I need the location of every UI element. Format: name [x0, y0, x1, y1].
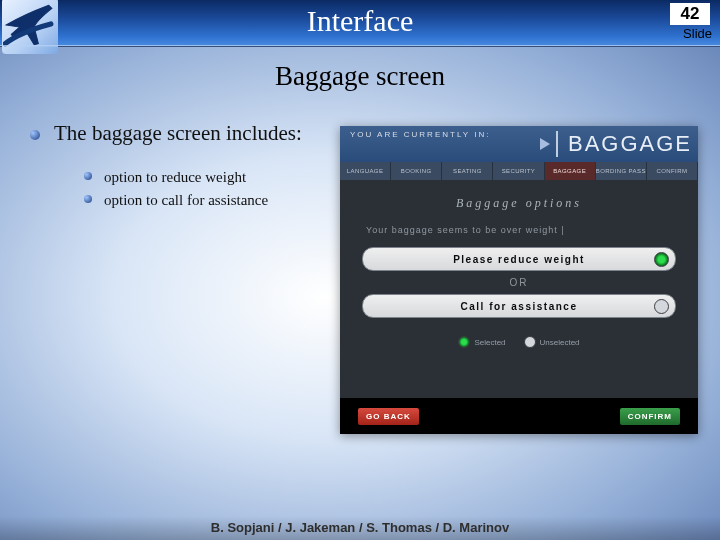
legend-unselected: Unselected — [524, 336, 580, 348]
tab-seating[interactable]: SEATING — [442, 162, 493, 180]
status-message: Your baggage seems to be over weight | — [366, 225, 678, 235]
or-divider: OR — [360, 277, 678, 288]
option-label: Call for assistance — [461, 301, 578, 312]
list-item: option to reduce weight — [84, 167, 334, 187]
tab-security[interactable]: SECURITY — [493, 162, 544, 180]
kiosk-tabs: LANGUAGE BOOKING SEATING SECURITY BAGGAG… — [340, 162, 698, 180]
legend: Selected Unselected — [360, 336, 678, 348]
radio-unselected-icon — [654, 299, 669, 314]
dot-selected-icon — [458, 336, 470, 348]
section-title: Baggage options — [360, 196, 678, 211]
go-back-button[interactable]: GO BACK — [358, 408, 419, 425]
radio-selected-icon — [654, 252, 669, 267]
tab-language[interactable]: LANGUAGE — [340, 162, 391, 180]
tab-booking[interactable]: BOOKING — [391, 162, 442, 180]
legend-selected: Selected — [458, 336, 505, 348]
slide-title: Interface — [0, 4, 720, 38]
slide-number: 42 — [670, 3, 710, 25]
tab-baggage[interactable]: BAGGAGE — [545, 162, 596, 180]
option-call-assistance[interactable]: Call for assistance — [362, 294, 676, 318]
tab-confirm[interactable]: CONFIRM — [647, 162, 698, 180]
credits-footer: B. Sopjani / J. Jakeman / S. Thomas / D.… — [0, 516, 720, 540]
body-text: The baggage screen includes: option to r… — [24, 120, 334, 212]
banner-label: YOU ARE CURRENTLY IN: — [350, 130, 490, 139]
kiosk-footer: GO BACK CONFIRM — [340, 398, 698, 434]
kiosk-screenshot: YOU ARE CURRENTLY IN: BAGGAGE LANGUAGE B… — [340, 126, 698, 434]
dot-unselected-icon — [524, 336, 536, 348]
slide-subtitle: Baggage screen — [0, 61, 720, 92]
list-item: option to call for assistance — [84, 190, 334, 210]
banner-value: BAGGAGE — [556, 131, 692, 157]
confirm-button[interactable]: CONFIRM — [620, 408, 680, 425]
slide-header: Interface 42 Slide — [0, 0, 720, 47]
kiosk-banner: YOU ARE CURRENTLY IN: BAGGAGE — [340, 126, 698, 162]
option-label: Please reduce weight — [453, 254, 585, 265]
option-reduce-weight[interactable]: Please reduce weight — [362, 247, 676, 271]
kiosk-body: Baggage options Your baggage seems to be… — [340, 180, 698, 398]
credits-text: B. Sopjani / J. Jakeman / S. Thomas / D.… — [211, 520, 509, 535]
lead-text: The baggage screen includes: — [54, 120, 334, 146]
slide-number-label: Slide — [683, 26, 712, 41]
arrow-right-icon — [540, 138, 550, 150]
tab-boarding[interactable]: BORDING PASS — [596, 162, 647, 180]
